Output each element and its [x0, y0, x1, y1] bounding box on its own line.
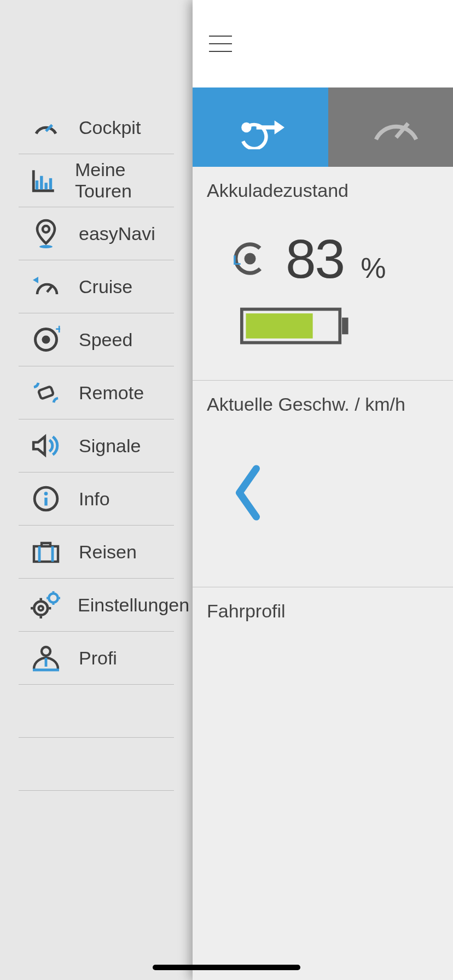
target-icon: L [231, 240, 269, 278]
svg-rect-47 [246, 313, 312, 339]
svg-rect-11 [38, 386, 54, 399]
sidebar-item-label: Speed [79, 329, 132, 351]
svg-point-19 [39, 606, 43, 610]
svg-rect-46 [342, 318, 348, 335]
tab-range[interactable] [193, 88, 328, 167]
sidebar-item-label: Remote [79, 382, 144, 404]
battery-gauge-icon [240, 307, 453, 345]
svg-point-18 [34, 602, 48, 615]
sidebar-item-label: Profi [79, 648, 117, 669]
svg-point-29 [42, 647, 50, 656]
sidebar-item-label: Cruise [79, 276, 132, 298]
speed-icon: + [30, 323, 62, 356]
sidebar-item-remote[interactable]: Remote [19, 366, 174, 419]
svg-text:L: L [233, 253, 241, 267]
sidebar-item-profi[interactable]: Profi [19, 632, 174, 685]
section-battery: Akkuladezustand L 83 % [193, 167, 453, 381]
sidebar-item-info[interactable]: Info [19, 472, 174, 526]
person-icon [30, 641, 62, 674]
svg-text:+: + [55, 325, 60, 336]
sound-icon [30, 429, 62, 462]
battery-value: 83 [286, 228, 344, 290]
info-icon [30, 482, 62, 515]
sidebar-item-speed[interactable]: + Speed [19, 313, 174, 366]
sidebar-item-meine-touren[interactable]: Meine Touren [19, 154, 174, 207]
chevron-left-icon[interactable] [229, 463, 267, 523]
svg-point-43 [245, 253, 256, 265]
range-icon [230, 106, 291, 149]
speed-heading: Aktuelle Geschw. / km/h [207, 394, 453, 415]
svg-rect-15 [34, 546, 58, 562]
speed-checkbox[interactable] [207, 554, 453, 570]
card-number-wrap: 1 [207, 705, 453, 741]
sidebar-item-reisen[interactable]: Reisen [19, 526, 174, 579]
sidebar-item-label: Reisen [79, 541, 137, 563]
sidebar-item-label: Cockpit [79, 117, 141, 138]
sidebar-item-easynavi[interactable]: easyNavi [19, 207, 174, 260]
gear-icon [30, 588, 61, 621]
svg-point-24 [49, 593, 58, 603]
svg-line-7 [47, 285, 53, 292]
battery-heading: Akkuladezustand [207, 180, 453, 201]
svg-point-6 [39, 245, 53, 248]
cruise-icon [30, 270, 62, 303]
tab-strip [193, 88, 453, 167]
svg-point-9 [42, 335, 50, 343]
fahrprofil-value[interactable]: INDIVID [207, 655, 453, 678]
main-header: Cock [193, 0, 453, 88]
section-speed: Aktuelle Geschw. / km/h 0 [193, 381, 453, 587]
sidebar-item-label: Signale [79, 435, 141, 457]
main-content: Cock Akkuladezustand L 83 % [193, 0, 453, 980]
gauge-icon [30, 111, 62, 144]
suitcase-icon [30, 535, 62, 568]
section-fahrprofil: Fahrprofil INDIVID 1 [193, 587, 453, 741]
svg-point-40 [241, 122, 251, 132]
home-indicator [153, 965, 300, 970]
sidebar-item-label: easyNavi [79, 223, 155, 244]
sidebar-item-cruise[interactable]: Cruise [19, 260, 174, 313]
pin-icon [30, 217, 62, 250]
sidebar-item-cockpit[interactable]: Cockpit [19, 101, 174, 154]
hamburger-icon[interactable] [209, 36, 232, 52]
sidebar-item-label: Einstellungen [78, 594, 189, 616]
drawer-empty-row [19, 738, 174, 791]
fahrprofil-heading: Fahrprofil [207, 600, 453, 622]
sidebar-item-label: Info [79, 488, 110, 510]
battery-unit: % [361, 252, 386, 284]
remote-icon [30, 376, 62, 409]
bar-chart-icon [30, 164, 59, 197]
drawer-menu: Cockpit Meine Touren easyNavi Cruise + S… [0, 0, 193, 980]
svg-point-13 [44, 492, 48, 495]
svg-point-5 [43, 226, 49, 232]
tab-gauge[interactable] [328, 88, 453, 167]
gauge-icon [366, 106, 426, 149]
sidebar-item-label: Meine Touren [75, 159, 174, 202]
sidebar-item-signale[interactable]: Signale [19, 419, 174, 472]
sidebar-item-einstellungen[interactable]: Einstellungen [19, 579, 174, 632]
drawer-empty-row [19, 685, 174, 738]
